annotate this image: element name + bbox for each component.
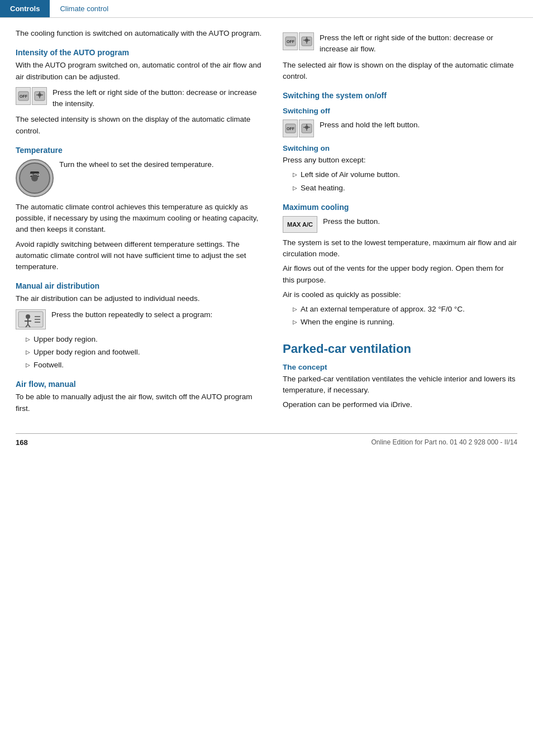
air-dist-icon — [16, 309, 46, 329]
bullet-upper-body: Upper body region. — [26, 334, 266, 345]
page-header: Controls Climate control — [0, 0, 533, 18]
max-cooling-heading: Maximum cooling — [283, 203, 517, 212]
bullet-upper-body-footwell: Upper body region and footwell. — [26, 347, 266, 358]
parked-heading: Parked-car ventilation — [283, 342, 517, 356]
main-content: The cooling function is switched on auto… — [0, 18, 533, 423]
intensity-icon-text: Press the left or right side of the butt… — [53, 87, 266, 110]
svg-text:OFF: OFF — [287, 40, 295, 44]
concept-p2: Operation can be performed via iDrive. — [283, 399, 517, 410]
svg-point-24 — [305, 39, 308, 42]
header-climate-label: Climate control — [50, 0, 118, 17]
manual-air-text: The air distribution can be adjusted to … — [16, 293, 266, 304]
svg-point-32 — [305, 126, 308, 129]
svg-point-11 — [31, 175, 38, 181]
switching-heading: Switching the system on/off — [283, 91, 517, 100]
max-cooling-bullet-list: At an external temperature of approx. 32… — [283, 304, 517, 328]
left-column: The cooling function is switched on auto… — [16, 28, 266, 418]
max-cooling-p3: Air is cooled as quickly as possible: — [283, 289, 517, 300]
max-cooling-icon-text: Press the button. — [323, 216, 380, 227]
concept-heading: The concept — [283, 363, 517, 371]
switching-off-icon-text: Press and hold the left button. — [320, 119, 420, 131]
intensity-display-text: The selected intensity is shown on the d… — [16, 114, 266, 137]
switching-off-dual-icon: OFF — [283, 119, 314, 137]
bullet-seat-heating: Seat heating. — [293, 183, 517, 194]
manual-air-icon-row: Press the button repeatedly to select a … — [16, 309, 266, 329]
switching-on-heading: Switching on — [283, 144, 517, 152]
edition-text: Online Edition for Part no. 01 40 2 928 … — [371, 438, 517, 447]
temperature-heading: Temperature — [16, 146, 266, 155]
airflow-icon-left: OFF — [283, 32, 298, 50]
airflow-text: To be able to manually adjust the air fl… — [16, 391, 266, 414]
max-cooling-icon-row: MAX A/C Press the button. — [283, 216, 517, 233]
airflow-dual-icon: OFF — [283, 32, 314, 50]
page-footer: 168 Online Edition for Part no. 01 40 2 … — [0, 436, 533, 452]
svg-text:OFF: OFF — [287, 127, 295, 131]
intensity-icon-row: OFF Press the left or right side of the … — [16, 87, 266, 110]
bullet-air-volume: Left side of Air volume button. — [293, 169, 517, 180]
page-number: 168 — [16, 438, 28, 447]
airflow-display-text: The selected air flow is shown on the di… — [283, 60, 517, 83]
temperature-p2: Avoid rapidly switching between differen… — [16, 239, 266, 273]
svg-point-13 — [26, 314, 30, 319]
intensity-text: With the AUTO program switched on, autom… — [16, 60, 266, 83]
switching-off-icon-row: OFF Press and hold the left button. — [283, 119, 517, 137]
max-cooling-p1: The system is set to the lowest temperat… — [283, 237, 517, 260]
manual-air-bullet-list: Upper body region. Upper body region and… — [16, 334, 266, 371]
bullet-engine-running: When the engine is running. — [293, 317, 517, 328]
bullet-external-temp: At an external temperature of approx. 32… — [293, 304, 517, 315]
intensity-icon-right — [32, 87, 47, 105]
airflow-icon-right — [299, 32, 314, 50]
temperature-wheel-icon: AUTO — [16, 159, 54, 197]
intensity-icon-left: OFF — [16, 87, 31, 105]
intensity-heading: Intensity of the AUTO program — [16, 48, 266, 57]
svg-text:OFF: OFF — [20, 94, 28, 98]
intro-text: The cooling function is switched on auto… — [16, 28, 266, 39]
manual-air-icon-text: Press the button repeatedly to select a … — [51, 309, 212, 320]
max-cooling-p2: Air flows out of the vents for the upper… — [283, 263, 517, 286]
footer-divider — [16, 433, 517, 434]
manual-air-heading: Manual air distribution — [16, 281, 266, 290]
airflow-heading: Air flow, manual — [16, 380, 266, 389]
temperature-icon-row: AUTO Turn the wheel to set the desired t… — [16, 159, 266, 197]
switching-off-heading: Switching off — [283, 107, 517, 115]
switching-off-icon-left: OFF — [283, 119, 298, 137]
switching-off-icon-right — [299, 119, 314, 137]
switching-on-text: Press any button except: — [283, 155, 517, 166]
bullet-footwell: Footwell. — [26, 360, 266, 371]
temperature-icon-text: Turn the wheel to set the desired temper… — [59, 159, 213, 170]
right-column: OFF Press the left or right side of the … — [283, 28, 517, 418]
switching-on-bullet-list: Left side of Air volume button. Seat hea… — [283, 169, 517, 194]
temperature-p1: The automatic climate control achieves t… — [16, 202, 266, 236]
svg-point-3 — [38, 93, 41, 97]
airflow-icon-text: Press the left or right side of the butt… — [320, 32, 517, 55]
intensity-dual-icon: OFF — [16, 87, 47, 105]
concept-p1: The parked-car ventilation ventilates th… — [283, 374, 517, 396]
header-controls-label: Controls — [0, 0, 50, 17]
airflow-icon-row: OFF Press the left or right side of the … — [283, 32, 517, 55]
max-ac-button[interactable]: MAX A/C — [283, 216, 317, 233]
